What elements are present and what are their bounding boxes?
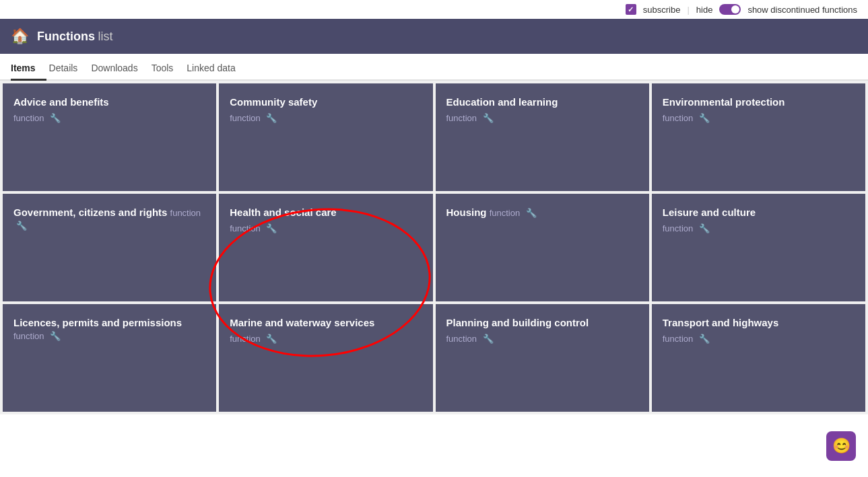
grid-item-marine-waterway[interactable]: Marine and waterway services function 🔧 bbox=[219, 304, 432, 412]
item-meta: function 🔧 bbox=[446, 332, 638, 344]
item-title: Environmental protection bbox=[663, 96, 855, 109]
chat-icon: 😊 bbox=[832, 437, 850, 455]
item-meta: function 🔧 bbox=[663, 112, 855, 124]
top-bar: subscribe | hide show discontinued funct… bbox=[0, 0, 868, 19]
item-title: Education and learning bbox=[446, 96, 638, 109]
items-grid: Advice and benefits function 🔧 Community… bbox=[0, 81, 868, 414]
wrench-icon: 🔧 bbox=[526, 208, 537, 218]
wrench-icon: 🔧 bbox=[699, 113, 710, 123]
item-title-meta: Housing function 🔧 bbox=[446, 206, 638, 219]
item-meta: function 🔧 bbox=[663, 332, 855, 344]
tab-items[interactable]: Items bbox=[11, 57, 46, 81]
wrench-icon: 🔧 bbox=[50, 113, 61, 123]
grid-item-community-safety[interactable]: Community safety function 🔧 bbox=[219, 83, 432, 191]
wrench-icon: 🔧 bbox=[699, 223, 710, 233]
grid-item-government-citizens[interactable]: Government, citizens and rights function… bbox=[3, 194, 216, 301]
wrench-icon: 🔧 bbox=[483, 113, 494, 123]
item-title: Community safety bbox=[230, 96, 422, 109]
page-subtitle: list bbox=[98, 30, 112, 43]
grid-item-health-social-care[interactable]: Health and social care function 🔧 bbox=[219, 194, 432, 301]
item-title: Licences, permits and permissions bbox=[13, 317, 182, 328]
show-discontinued-label: show discontinued functions bbox=[747, 5, 857, 15]
grid-item-environmental-protection[interactable]: Environmental protection function 🔧 bbox=[652, 83, 865, 191]
discontinued-toggle[interactable] bbox=[719, 4, 741, 15]
grid-item-transport-highways[interactable]: Transport and highways function 🔧 bbox=[652, 304, 865, 412]
wrench-icon: 🔧 bbox=[16, 221, 27, 231]
wrench-icon: 🔧 bbox=[266, 334, 277, 344]
grid-item-leisure-culture[interactable]: Leisure and culture function 🔧 bbox=[652, 194, 865, 301]
item-title: Transport and highways bbox=[663, 316, 855, 330]
item-title: Health and social care bbox=[230, 206, 422, 219]
grid-item-licences-permits[interactable]: Licences, permits and permissions functi… bbox=[3, 304, 216, 412]
tab-details[interactable]: Details bbox=[46, 57, 89, 81]
wrench-icon: 🔧 bbox=[483, 334, 494, 344]
item-title-meta: Government, citizens and rights function… bbox=[13, 206, 205, 231]
grid-item-housing[interactable]: Housing function 🔧 bbox=[436, 194, 649, 301]
wrench-icon: 🔧 bbox=[266, 113, 277, 123]
grid-item-education-learning[interactable]: Education and learning function 🔧 bbox=[436, 83, 649, 191]
tab-downloads[interactable]: Downloads bbox=[88, 57, 148, 81]
grid-item-planning-building[interactable]: Planning and building control function 🔧 bbox=[436, 304, 649, 412]
item-meta: function 🔧 bbox=[230, 332, 422, 344]
divider: | bbox=[687, 5, 689, 15]
item-title: Planning and building control bbox=[446, 316, 638, 330]
wrench-icon: 🔧 bbox=[266, 223, 277, 233]
page-title: Functions bbox=[37, 30, 95, 43]
item-title: Leisure and culture bbox=[663, 206, 855, 219]
subscribe-label: subscribe bbox=[643, 5, 681, 15]
item-meta: function 🔧 bbox=[230, 222, 422, 234]
home-icon: 🏠 bbox=[11, 28, 29, 45]
subscribe-checkbox[interactable] bbox=[626, 4, 636, 15]
item-meta: function 🔧 bbox=[663, 222, 855, 234]
item-title: Marine and waterway services bbox=[230, 316, 422, 330]
item-title: Housing bbox=[446, 207, 490, 218]
item-meta: function 🔧 bbox=[446, 112, 638, 124]
page-header: 🏠 Functions list bbox=[0, 19, 868, 54]
item-title: Advice and benefits bbox=[13, 96, 205, 109]
wrench-icon: 🔧 bbox=[699, 334, 710, 344]
chat-button[interactable]: 😊 bbox=[826, 431, 856, 461]
hide-label: hide bbox=[696, 5, 713, 15]
item-meta: function 🔧 bbox=[230, 112, 422, 124]
item-title: Government, citizens and rights bbox=[13, 207, 170, 218]
item-meta: function 🔧 bbox=[13, 112, 205, 124]
tab-linked-data[interactable]: Linked data bbox=[184, 57, 246, 81]
tab-bar: Items Details Downloads Tools Linked dat… bbox=[0, 54, 868, 81]
wrench-icon: 🔧 bbox=[50, 331, 61, 341]
grid-item-advice-benefits[interactable]: Advice and benefits function 🔧 bbox=[3, 83, 216, 191]
tab-tools[interactable]: Tools bbox=[149, 57, 185, 81]
item-title-meta: Licences, permits and permissions functi… bbox=[13, 316, 205, 342]
